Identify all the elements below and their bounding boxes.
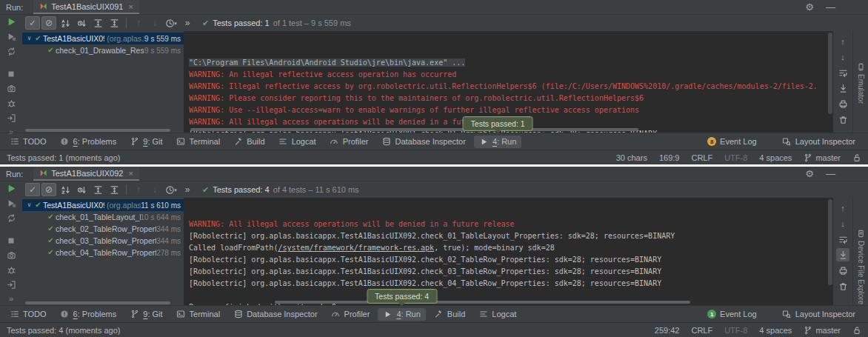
- stripe-expander-icon[interactable]: »: [5, 295, 17, 303]
- tool-window-button-git[interactable]: 9: Git: [124, 308, 167, 321]
- scroll-up-button[interactable]: ↑: [836, 201, 849, 215]
- settings-gear-icon[interactable]: ⚙: [805, 2, 814, 12]
- emulator-tool-button[interactable]: Emulator: [856, 62, 865, 104]
- scroll-to-end-button[interactable]: [836, 81, 849, 95]
- sort-by-duration-button[interactable]: [74, 183, 89, 196]
- tree-horizontal-scrollbar[interactable]: [25, 129, 170, 132]
- toggle-auto-test-icon[interactable]: [5, 47, 17, 56]
- console-horizontal-scrollbar[interactable]: [190, 128, 638, 131]
- expand-all-button[interactable]: [90, 183, 105, 196]
- status-caret-position[interactable]: 259:42: [655, 326, 680, 335]
- tool-window-button-todo[interactable]: TODO: [4, 308, 52, 321]
- tool-window-button-build[interactable]: Build: [228, 136, 270, 148]
- sort-by-duration-button[interactable]: [74, 16, 89, 30]
- rerun-test-icon[interactable]: [5, 17, 17, 27]
- console-output[interactable]: WARNING: All illegal access operations w…: [184, 198, 833, 305]
- status-lock[interactable]: [852, 326, 861, 335]
- soft-wrap-button[interactable]: [836, 233, 849, 246]
- status-encoding[interactable]: UTF-8: [724, 153, 747, 162]
- status-lock[interactable]: [852, 153, 861, 162]
- console-vertical-scrollbar[interactable]: [828, 199, 832, 285]
- expander-icon[interactable]: ∨: [25, 36, 33, 41]
- tool-window-button-profiler[interactable]: Profiler: [326, 308, 375, 321]
- console-horizontal-scrollbar[interactable]: [275, 301, 690, 304]
- status-indent[interactable]: 4 spaces: [759, 153, 792, 162]
- more-actions-button[interactable]: »: [180, 16, 195, 30]
- show-passed-button[interactable]: ✓: [25, 183, 40, 196]
- status-line-separator[interactable]: CRLF: [691, 326, 712, 335]
- test-tree-row[interactable]: ✔check_03_TableRow_Properties344 ms: [22, 235, 184, 247]
- sort-alphabetically-button[interactable]: [58, 16, 73, 30]
- tool-window-button-logcat[interactable]: Logcat: [473, 308, 521, 321]
- test-tree-row[interactable]: ✔check_04_TableRow_Properties278 ms: [22, 247, 184, 258]
- run-tab[interactable]: TestA1BasicUIX092 ×: [33, 167, 139, 181]
- console-vertical-scrollbar[interactable]: [828, 33, 832, 114]
- collapse-all-button[interactable]: [107, 183, 121, 196]
- tool-window-button-run[interactable]: 4: RunTests passed: 4: [378, 308, 425, 321]
- expand-all-button[interactable]: [90, 16, 105, 30]
- print-button[interactable]: [836, 97, 849, 110]
- device-file-explorer-tool-button[interactable]: Device File Explorer: [856, 229, 865, 305]
- tool-window-button-terminal[interactable]: Terminal: [171, 136, 226, 148]
- clear-all-button[interactable]: [836, 113, 849, 126]
- thread-dump-icon[interactable]: [5, 250, 17, 260]
- layout-inspector-button[interactable]: Layout Inspector: [777, 136, 861, 148]
- thread-dump-icon[interactable]: [5, 84, 17, 93]
- tool-window-button-database[interactable]: Database Inspector: [228, 308, 322, 321]
- test-tree-row[interactable]: ∨✔TestA1BasicUIX091(org.aplas.basicap9 s…: [22, 33, 184, 44]
- coverage-icon[interactable]: [5, 265, 17, 275]
- show-passed-button[interactable]: ✓: [25, 16, 40, 30]
- run-tab[interactable]: TestA1BasicUIX091 ×: [33, 0, 139, 14]
- event-log-button[interactable]: 1 Event Log: [702, 308, 762, 320]
- scroll-down-button[interactable]: ↓: [836, 217, 849, 230]
- coverage-icon[interactable]: [5, 99, 17, 108]
- close-tab-icon[interactable]: ×: [128, 169, 133, 178]
- tool-window-button-git[interactable]: 9: Git: [124, 136, 167, 148]
- tool-window-button-logcat[interactable]: Logcat: [273, 136, 321, 148]
- show-ignored-button[interactable]: ⊘: [41, 16, 56, 30]
- test-tree-row[interactable]: ∨✔TestA1BasicUIX092(org.aplas.basica11 s…: [22, 199, 184, 211]
- stop-icon[interactable]: [5, 236, 17, 245]
- open-results-icon[interactable]: [5, 113, 17, 123]
- layout-inspector-button[interactable]: Layout Inspector: [777, 308, 861, 321]
- status-indent[interactable]: 4 spaces: [759, 326, 792, 335]
- show-ignored-button[interactable]: ⊘: [41, 183, 56, 196]
- minimize-icon[interactable]: —: [826, 169, 835, 178]
- event-log-button[interactable]: 8 Event Log: [702, 136, 762, 147]
- clear-all-button[interactable]: [836, 279, 849, 293]
- status-caret-position[interactable]: 169:9: [659, 153, 680, 162]
- scroll-down-button[interactable]: ↓: [836, 50, 849, 64]
- rerun-test-icon[interactable]: [5, 184, 17, 193]
- status-selection-info[interactable]: 30 chars: [616, 153, 647, 162]
- tool-window-button-problems[interactable]: 6: Problems: [55, 136, 122, 148]
- status-line-separator[interactable]: CRLF: [691, 153, 712, 162]
- sort-alphabetically-button[interactable]: [58, 183, 73, 196]
- toggle-auto-test-icon[interactable]: [5, 213, 17, 223]
- expander-icon[interactable]: ∨: [25, 202, 33, 208]
- open-results-icon[interactable]: [5, 280, 17, 290]
- test-tree-row[interactable]: ✔check_01_TableLayout_Properties10 s 644…: [22, 211, 184, 223]
- tool-window-button-terminal[interactable]: Terminal: [171, 308, 226, 321]
- test-tree-row[interactable]: ✔check_01_Drawable_Resources9 s 559 ms: [22, 44, 184, 56]
- test-history-button[interactable]: ▾: [164, 183, 178, 196]
- status-encoding[interactable]: UTF-8: [724, 326, 747, 335]
- settings-gear-icon[interactable]: ⚙: [805, 169, 814, 178]
- tool-window-button-database[interactable]: Database Inspector: [377, 136, 471, 148]
- tool-window-button-problems[interactable]: 6: Problems: [55, 308, 122, 321]
- close-tab-icon[interactable]: ×: [128, 2, 133, 11]
- rerun-failed-tests-icon[interactable]: [5, 198, 17, 208]
- tree-horizontal-scrollbar[interactable]: [25, 301, 170, 304]
- rerun-failed-tests-icon[interactable]: [5, 32, 17, 41]
- test-history-button[interactable]: ▾: [164, 16, 178, 30]
- test-tree-row[interactable]: ✔check_02_TableRow_Properties344 ms: [22, 223, 184, 235]
- collapse-all-button[interactable]: [107, 16, 121, 30]
- tool-window-button-todo[interactable]: TODO: [4, 136, 52, 148]
- tool-window-button-profiler[interactable]: Profiler: [324, 136, 374, 148]
- status-git-branch[interactable]: master: [804, 153, 841, 162]
- print-button[interactable]: [836, 264, 849, 277]
- soft-wrap-button[interactable]: [836, 66, 849, 79]
- tool-window-button-run[interactable]: 4: RunTests passed: 1: [474, 136, 521, 148]
- tool-window-button-build[interactable]: Build: [429, 308, 470, 321]
- minimize-icon[interactable]: —: [826, 2, 835, 12]
- scroll-to-end-button[interactable]: [836, 248, 849, 261]
